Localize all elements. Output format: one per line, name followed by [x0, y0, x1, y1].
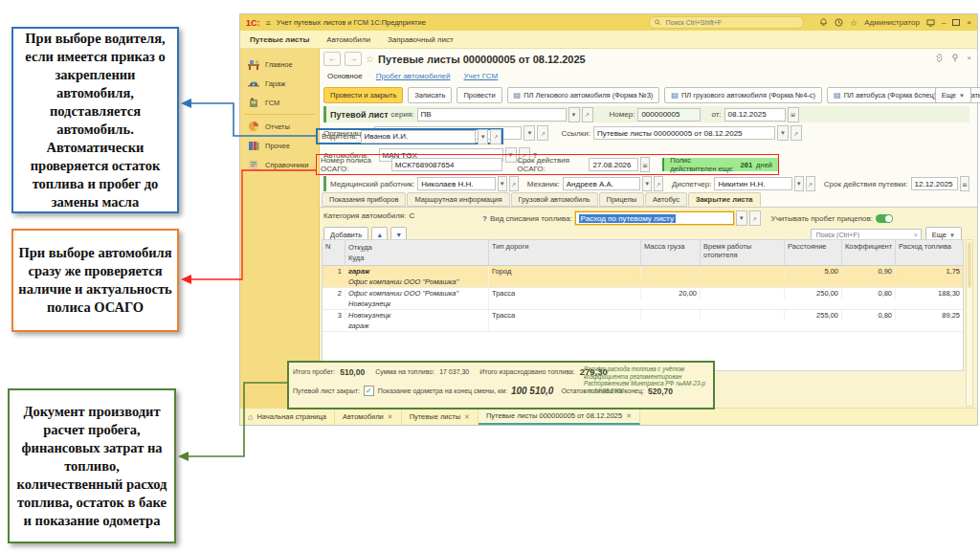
close-window-button[interactable]: × — [967, 18, 971, 27]
close-form-icon[interactable]: × — [967, 54, 971, 62]
dropdown-button[interactable]: ▼ — [794, 176, 804, 191]
table-row[interactable]: 2 Офис компании ООО "Ромашка" Трасса 20,… — [323, 288, 963, 310]
seria-field[interactable]: ПВ — [417, 108, 567, 122]
post-button[interactable]: Провести — [457, 87, 501, 103]
open-link-button[interactable]: ↗ — [806, 176, 815, 191]
nav-link-fuel[interactable]: Учет ГСМ — [464, 72, 499, 80]
col-fuel[interactable]: Расход топлива — [896, 240, 963, 266]
window-tab-cars[interactable]: Автомобили✕ — [335, 409, 402, 425]
sidebar-item-reports[interactable]: Отчеты — [240, 117, 319, 136]
pin-icon[interactable] — [951, 54, 959, 62]
number-field[interactable]: 000000005 — [637, 108, 701, 122]
waybill-label: Путевой лист — [330, 110, 389, 120]
window-tab-current-waybill[interactable]: Путевые листы 000000005 от 08.12.2025✕ — [479, 409, 640, 425]
links-field[interactable]: Путевые листы 000000005 от 08.12.2025 — [593, 126, 775, 140]
favorite-star-icon[interactable]: ☆ — [366, 54, 374, 64]
table-row[interactable]: 1 гараж Город 5,00 0,90 1,75 Офис компан… — [323, 266, 963, 288]
col-heater[interactable]: Время работы отопителя — [701, 240, 785, 266]
print-form6-button[interactable]: ▤ПЛ автобуса (Форма 6спец) — [827, 87, 943, 103]
nav-link-mileage[interactable]: Пробег автомобилей — [376, 72, 451, 80]
minimize-button[interactable]: – — [942, 18, 946, 27]
tab-route-info[interactable]: Маршрутная информация — [407, 192, 509, 207]
user-name[interactable]: Администратор — [864, 18, 920, 27]
help-question-icon[interactable]: ? — [482, 214, 487, 223]
dropdown-button[interactable]: ▼ — [523, 125, 535, 141]
search-input[interactable] — [663, 18, 798, 27]
col-from-to[interactable]: ОткудаКуда — [345, 240, 489, 266]
open-link-button[interactable]: ↗ — [509, 176, 519, 191]
col-mass[interactable]: Масса груза — [641, 240, 701, 266]
sidebar-item-main[interactable]: Главное — [240, 55, 319, 74]
dropdown-button[interactable]: ▼ — [736, 210, 747, 226]
nav-link-main[interactable]: Основное — [327, 72, 363, 80]
col-n[interactable]: N — [323, 240, 345, 266]
post-and-close-button[interactable]: Провести и закрыть — [323, 87, 403, 103]
vertical-scrollbar[interactable] — [966, 239, 973, 407]
tech-support-monitor-icon[interactable] — [926, 19, 935, 27]
col-road[interactable]: Тип дороги — [489, 240, 641, 266]
open-link-button[interactable]: ↗ — [490, 129, 501, 144]
calendar-icon[interactable]: ⊞ — [960, 176, 969, 191]
dropdown-button[interactable]: ▼ — [498, 176, 507, 191]
waybill-term-field[interactable]: 12.12.2025 — [911, 177, 959, 190]
tab-bus[interactable]: Автобус — [645, 192, 687, 207]
col-distance[interactable]: Расстояние — [785, 240, 842, 266]
odometer-checkbox[interactable]: ✓ — [364, 386, 374, 396]
favorites-star-icon[interactable]: ☆ — [850, 18, 858, 28]
sidebar-item-catalogs[interactable]: Справочники — [240, 155, 319, 174]
open-link-button[interactable]: ↗ — [582, 107, 593, 122]
dispatcher-field[interactable]: Никитин Н.Н. — [714, 177, 791, 190]
tab-devices[interactable]: Показания приборов — [322, 192, 406, 207]
calendar-icon[interactable]: ⊞ — [788, 107, 799, 122]
table-search-input[interactable] — [814, 231, 914, 239]
print-form4-button[interactable]: ▤ПЛ грузового автомобиля (Форма №4-с) — [664, 87, 822, 103]
table-row[interactable]: 3 Новокузнецк Трасса 255,00 0,80 89,25 г… — [323, 310, 963, 332]
tab-truck[interactable]: Грузовой автомобиль — [511, 192, 598, 207]
print-form3-button[interactable]: ▤ПЛ Легкового автомобиля (Форма №3) — [507, 87, 660, 103]
dropdown-button[interactable]: ▼ — [777, 125, 789, 141]
main-menu-icon[interactable]: ≡ — [266, 18, 271, 28]
osago-term-field[interactable]: 27.08.2026 — [589, 158, 637, 171]
scrollbar-thumb[interactable] — [968, 242, 971, 288]
fuel-writeoff-field[interactable]: Расход по путевому листу — [575, 211, 734, 225]
tab-closing[interactable]: Закрытие листа — [688, 192, 761, 207]
date-field[interactable]: 08.12.2025 — [724, 108, 786, 122]
col-coef[interactable]: Коэффициент — [842, 240, 896, 266]
sidebar-item-fuel[interactable]: ГСМ — [240, 93, 319, 112]
sidebar-item-garage[interactable]: Гараж — [240, 74, 319, 93]
menu-item-cars[interactable]: Автомобили — [326, 35, 370, 44]
driver-field[interactable]: Иванов И.И. — [361, 130, 476, 144]
odometer-value: 100 510,0 — [511, 386, 554, 396]
open-link-button[interactable]: ↗ — [749, 210, 761, 226]
maximize-button[interactable] — [952, 19, 960, 26]
dropdown-button[interactable]: ▼ — [568, 107, 580, 122]
tab-trailers[interactable]: Прицепы — [599, 192, 645, 207]
medic-field[interactable]: Николаев Н.Н. — [417, 177, 495, 190]
more-button[interactable]: Еще▼ — [935, 87, 971, 103]
notifications-bell-icon[interactable] — [819, 18, 828, 27]
trailer-mileage-toggle[interactable] — [876, 214, 893, 223]
forward-icon[interactable]: → — [345, 52, 362, 66]
save-button[interactable]: Записать — [408, 87, 452, 103]
window-tab-waybills[interactable]: Путевые листы✕ — [402, 409, 479, 425]
menu-item-waybills[interactable]: Путевые листы — [250, 35, 309, 44]
open-link-button[interactable]: ↗ — [791, 125, 802, 141]
mechanic-field[interactable]: Андреев А.А. — [563, 177, 640, 190]
clear-search-icon[interactable]: × — [914, 232, 918, 238]
close-tab-icon[interactable]: ✕ — [388, 413, 393, 421]
open-link-button[interactable]: ↗ — [654, 176, 663, 191]
global-search[interactable] — [649, 16, 804, 29]
back-icon[interactable]: ← — [323, 52, 341, 66]
home-tab[interactable]: ⌂Начальная страница — [240, 409, 335, 425]
open-link-button[interactable]: ↗ — [537, 125, 548, 141]
dropdown-button[interactable]: ▼ — [642, 176, 652, 191]
sidebar-item-other[interactable]: Прочее — [240, 136, 319, 155]
dropdown-button[interactable]: ▼ — [478, 129, 489, 144]
osago-number-field[interactable]: МСК7689087654 — [391, 158, 503, 171]
calendar-icon[interactable]: ⊞ — [640, 157, 650, 172]
get-link-chain-icon[interactable] — [935, 54, 944, 62]
menu-item-refuel[interactable]: Заправочный лист — [388, 35, 454, 44]
close-tab-icon[interactable]: ✕ — [626, 412, 632, 420]
close-tab-icon[interactable]: ✕ — [464, 413, 470, 421]
history-clock-icon[interactable] — [835, 18, 843, 27]
